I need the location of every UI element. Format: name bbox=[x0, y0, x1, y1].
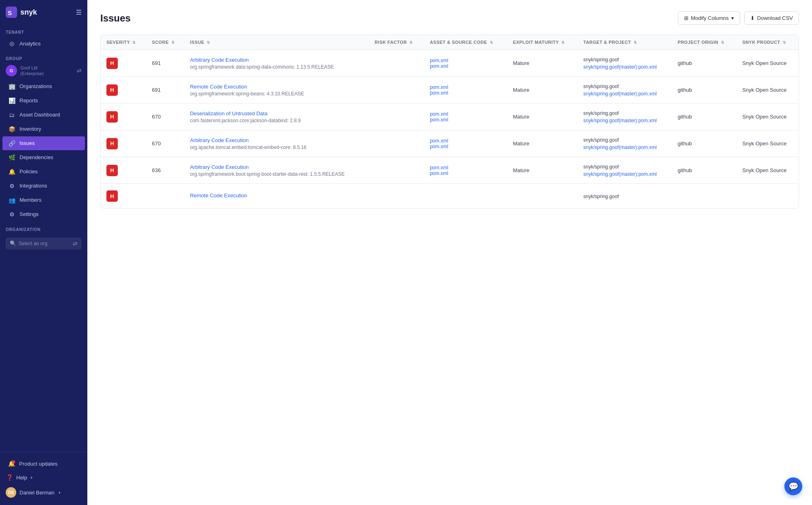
issue-name[interactable]: Deserialization of Untrusted Data bbox=[190, 110, 364, 117]
issue-name[interactable]: Arbitrary Code Execution bbox=[190, 164, 364, 170]
cell-score-1: 691 bbox=[146, 77, 184, 104]
cell-issue-0: Arbitrary Code Executionorg.springframew… bbox=[184, 50, 369, 77]
sort-icon: ⇅ bbox=[207, 41, 210, 45]
issue-name[interactable]: Remote Code Execution bbox=[190, 84, 364, 90]
sidebar-item-organizations[interactable]: 🏢Organizations bbox=[2, 80, 85, 93]
org-search[interactable]: 🔍 ⇄ bbox=[6, 237, 82, 250]
issue-name[interactable]: Remote Code Execution bbox=[190, 192, 364, 199]
target-link[interactable]: snyk/spring.goof(master):pom.xml bbox=[583, 64, 666, 70]
tenant-label: TENANT bbox=[0, 24, 87, 36]
cell-snyk-product-2: Snyk Open Source bbox=[736, 104, 799, 130]
cell-risk-factor-0 bbox=[369, 50, 424, 77]
severity-badge: H bbox=[106, 138, 118, 149]
modify-columns-button[interactable]: ⊞ Modify Columns ▾ bbox=[678, 11, 740, 25]
org-switch-icon[interactable]: ⇄ bbox=[73, 240, 78, 247]
pom-link[interactable]: pom.xml bbox=[430, 117, 502, 123]
cell-severity-2: H bbox=[101, 104, 146, 130]
pom-link[interactable]: pom.xml bbox=[430, 165, 502, 170]
target-link[interactable]: snyk/spring.goof(master):pom.xml bbox=[583, 145, 666, 150]
pom-link[interactable]: pom.xml bbox=[430, 138, 502, 144]
search-icon: 🔍 bbox=[10, 240, 16, 246]
issues-table: SEVERITY ⇅SCORE ⇅ISSUE ⇅RISK FACTOR ⇅ASS… bbox=[101, 35, 799, 208]
sidebar-item-asset-dashboard[interactable]: 🗂Asset Dashboard bbox=[2, 108, 85, 122]
target-link[interactable]: snyk/spring.goof(master):pom.xml bbox=[583, 91, 666, 97]
sidebar-item-analytics[interactable]: ◎ Analytics bbox=[2, 37, 85, 50]
group-switch-icon[interactable]: ⇄ bbox=[77, 67, 82, 74]
sidebar-item-dependencies[interactable]: 🌿Dependencies bbox=[2, 151, 85, 164]
policies-icon: 🔔 bbox=[8, 168, 15, 175]
download-csv-button[interactable]: ⬇ Download CSV bbox=[744, 11, 799, 25]
sidebar-item-policies[interactable]: 🔔Policies bbox=[2, 165, 85, 179]
sidebar-item-issues[interactable]: 🔗Issues bbox=[2, 136, 85, 150]
user-avatar: DB bbox=[6, 487, 16, 498]
issue-name[interactable]: Arbitrary Code Execution bbox=[190, 57, 364, 63]
target-link[interactable]: snyk/spring.goof(master):pom.xml bbox=[583, 118, 666, 123]
reports-icon: 📊 bbox=[8, 97, 15, 104]
cell-exploit-maturity-0: Mature bbox=[507, 50, 578, 77]
cell-severity-3: H bbox=[101, 130, 146, 157]
cell-exploit-maturity-5 bbox=[507, 184, 578, 209]
product-updates-label: Product updates bbox=[19, 461, 58, 467]
table-row: HRemote Code Executionsnyk/spring.goof bbox=[101, 184, 799, 209]
sidebar-item-integrations[interactable]: ⚙Integrations bbox=[2, 179, 85, 193]
th-project_origin[interactable]: PROJECT ORIGIN ⇅ bbox=[672, 35, 736, 50]
cell-severity-5: H bbox=[101, 184, 146, 209]
cell-risk-factor-1 bbox=[369, 77, 424, 104]
sidebar-item-members[interactable]: 👥Members bbox=[2, 193, 85, 207]
cell-issue-1: Remote Code Executionorg.springframework… bbox=[184, 77, 369, 104]
pom-link[interactable]: pom.xml bbox=[430, 144, 502, 149]
help-chevron-icon: ▾ bbox=[30, 475, 32, 480]
cell-risk-factor-4 bbox=[369, 157, 424, 184]
severity-badge: H bbox=[106, 84, 118, 96]
inventory-icon: 📦 bbox=[8, 126, 15, 132]
th-severity[interactable]: SEVERITY ⇅ bbox=[101, 35, 146, 50]
sidebar-item-reports[interactable]: 📊Reports bbox=[2, 94, 85, 108]
pom-link[interactable]: pom.xml bbox=[430, 58, 502, 63]
main-content: Issues ⊞ Modify Columns ▾ ⬇ Download CSV… bbox=[87, 0, 812, 505]
chat-icon: 💬 bbox=[788, 481, 799, 491]
chat-fab[interactable]: 💬 bbox=[784, 477, 802, 495]
issue-name[interactable]: Arbitrary Code Execution bbox=[190, 137, 364, 143]
th-snyk_product[interactable]: SNYK PRODUCT ⇅ bbox=[736, 35, 799, 50]
group-info: G Goof Ltd (Enterprise) bbox=[6, 65, 43, 77]
hamburger-icon[interactable]: ☰ bbox=[76, 9, 82, 16]
severity-badge: H bbox=[106, 190, 118, 202]
pom-link[interactable]: pom.xml bbox=[430, 170, 502, 176]
sort-icon: ⇅ bbox=[132, 41, 136, 45]
cell-asset-0: pom.xmlpom.xml bbox=[424, 50, 507, 77]
pom-link[interactable]: pom.xml bbox=[430, 111, 502, 117]
th-issue[interactable]: ISSUE ⇅ bbox=[184, 35, 369, 50]
cell-project-origin-1: github bbox=[672, 77, 736, 104]
issue-pkg: org.springframework.boot:spring-boot-sta… bbox=[190, 171, 364, 177]
th-target_project[interactable]: TARGET & PROJECT ⇅ bbox=[578, 35, 672, 50]
sidebar-item-product-updates[interactable]: 🔔 Product updates bbox=[2, 457, 85, 470]
table-header-row: SEVERITY ⇅SCORE ⇅ISSUE ⇅RISK FACTOR ⇅ASS… bbox=[101, 35, 799, 50]
pom-link[interactable]: pom.xml bbox=[430, 90, 502, 96]
cell-asset-3: pom.xmlpom.xml bbox=[424, 130, 507, 157]
modify-columns-chevron-icon: ▾ bbox=[731, 15, 734, 21]
group-avatar: G bbox=[6, 65, 17, 76]
th-asset_source_code[interactable]: ASSET & SOURCE CODE ⇅ bbox=[424, 35, 507, 50]
organizations-icon: 🏢 bbox=[8, 83, 15, 90]
org-search-input[interactable] bbox=[19, 241, 70, 246]
th-exploit_maturity[interactable]: EXPLOIT MATURITY ⇅ bbox=[507, 35, 578, 50]
sidebar-item-inventory[interactable]: 📦Inventory bbox=[2, 122, 85, 136]
help-row[interactable]: ❓ Help ▾ bbox=[0, 471, 87, 484]
table-body: H691Arbitrary Code Executionorg.springfr… bbox=[101, 50, 799, 209]
cell-target-1: snyk/spring.goofsnyk/spring.goof(master)… bbox=[578, 77, 672, 104]
snyk-logo-icon: S bbox=[6, 6, 17, 18]
sidebar-item-settings[interactable]: ⚙Settings bbox=[2, 207, 85, 221]
analytics-icon: ◎ bbox=[8, 40, 15, 47]
pom-link[interactable]: pom.xml bbox=[430, 63, 502, 69]
pom-link[interactable]: pom.xml bbox=[430, 84, 502, 90]
cell-project-origin-5 bbox=[672, 184, 736, 209]
severity-badge: H bbox=[106, 58, 118, 69]
logo-text: snyk bbox=[20, 8, 37, 17]
th-score[interactable]: SCORE ⇅ bbox=[146, 35, 184, 50]
th-risk_factor[interactable]: RISK FACTOR ⇅ bbox=[369, 35, 424, 50]
target-link[interactable]: snyk/spring.goof(master):pom.xml bbox=[583, 171, 666, 177]
user-row[interactable]: DB Daniel Berman ▾ bbox=[0, 484, 87, 501]
notif-wrap: 🔔 bbox=[8, 460, 15, 467]
logo-area: S snyk bbox=[6, 6, 37, 18]
issue-pkg: org.apache.tomcat.embed:tomcat-embed-cor… bbox=[190, 145, 364, 150]
